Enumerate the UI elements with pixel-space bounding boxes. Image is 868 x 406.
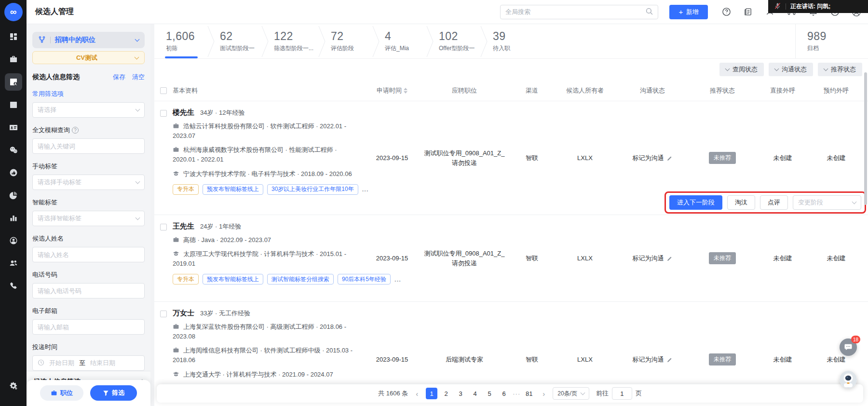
assistant-avatar[interactable] bbox=[840, 371, 857, 388]
row-checkbox[interactable] bbox=[160, 110, 167, 117]
sort-icon[interactable] bbox=[404, 88, 407, 94]
stage-screening[interactable]: 1,606 初筛 bbox=[161, 24, 207, 58]
comm-status[interactable]: 标记为沟通 bbox=[616, 215, 689, 301]
fulltext-field[interactable] bbox=[32, 138, 145, 154]
page-number[interactable]: 5 bbox=[484, 388, 495, 399]
recommend-status-filter[interactable]: 推荐状态 bbox=[818, 63, 862, 76]
page-size-select[interactable]: 20条/页 bbox=[553, 387, 589, 400]
filter-button[interactable]: 筛选 bbox=[90, 385, 137, 401]
change-stage-select[interactable]: 变更阶段 bbox=[793, 195, 861, 210]
page-ellipsis[interactable]: ··· bbox=[513, 390, 520, 397]
stage-onboard[interactable]: 39 待入职 bbox=[488, 24, 534, 58]
chevron-down-icon bbox=[136, 179, 140, 184]
job-button[interactable]: 职位 bbox=[40, 385, 83, 401]
row-checkbox[interactable] bbox=[160, 224, 167, 230]
save-filter-link[interactable]: 保存 bbox=[113, 73, 125, 81]
wechat-icon[interactable] bbox=[9, 145, 18, 155]
prev-page-button[interactable]: ‹ bbox=[415, 390, 419, 397]
smart-tag-select[interactable]: 请选择智能标签 bbox=[32, 211, 145, 226]
contacts-icon[interactable] bbox=[9, 122, 18, 132]
pencil-icon[interactable] bbox=[667, 155, 673, 161]
page-number[interactable]: 4 bbox=[469, 388, 481, 399]
candidate-name-input[interactable] bbox=[38, 251, 139, 258]
phone-label: 电话号码 bbox=[32, 271, 145, 279]
view-status-filter[interactable]: 查阅状态 bbox=[719, 63, 764, 76]
goto-page-input[interactable] bbox=[612, 387, 632, 400]
page-number[interactable]: 6 bbox=[498, 388, 510, 399]
candidate-tag: 30岁以上美妆行业工作年限10年 bbox=[267, 184, 358, 195]
next-stage-button[interactable]: 进入下一阶段 bbox=[669, 195, 722, 210]
row-checkbox[interactable] bbox=[160, 311, 167, 317]
pencil-icon[interactable] bbox=[667, 357, 673, 363]
pencil-icon[interactable] bbox=[667, 256, 673, 261]
apply-time-range[interactable]: 开始日期 至 结束日期 bbox=[32, 355, 145, 371]
stage-assess-mia[interactable]: 4 评估_Mia bbox=[380, 24, 426, 58]
briefcase-icon bbox=[173, 323, 179, 330]
job-filter-select[interactable]: 招聘中的职位 bbox=[32, 32, 145, 48]
stage-assess[interactable]: 72 评估阶段 bbox=[326, 24, 372, 58]
help-circle-icon[interactable]: ? bbox=[72, 127, 79, 134]
scrollbar-thumb[interactable] bbox=[864, 72, 867, 205]
header-position: 应聘职位 bbox=[452, 86, 477, 95]
page-number[interactable]: 81 bbox=[523, 388, 535, 399]
job-sub-select[interactable]: CV测试 bbox=[32, 51, 145, 64]
email-input[interactable] bbox=[38, 324, 139, 331]
candidate-meta: 33岁 · 无工作经验 bbox=[200, 309, 250, 318]
phone-field[interactable] bbox=[32, 283, 145, 298]
jobs-icon[interactable] bbox=[9, 54, 18, 64]
approval-icon[interactable] bbox=[9, 168, 18, 177]
add-button[interactable]: + 新增 bbox=[669, 5, 708, 19]
news-icon[interactable] bbox=[743, 7, 753, 17]
candidate-row[interactable]: 王先生 24岁 · 1年经验 高德 · Java · 2022.09 - 202… bbox=[154, 215, 868, 302]
page-number[interactable]: 2 bbox=[440, 388, 452, 399]
candidate-name[interactable]: 万女士 bbox=[173, 309, 194, 318]
comm-status-filter[interactable]: 沟通状态 bbox=[769, 63, 813, 76]
job-filter-label: 招聘中的职位 bbox=[55, 36, 95, 44]
candidate-name-label: 候选人姓名 bbox=[32, 234, 145, 243]
goto-unit: 页 bbox=[636, 389, 642, 398]
global-search[interactable] bbox=[500, 5, 658, 19]
candidate-name[interactable]: 王先生 bbox=[173, 222, 194, 231]
analytics-icon[interactable] bbox=[9, 213, 18, 223]
email-label: 电子邮箱 bbox=[32, 307, 145, 315]
phone-icon[interactable] bbox=[9, 281, 18, 291]
page-number[interactable]: 3 bbox=[455, 388, 466, 399]
candidate-tag: 预发布智能标签线上 bbox=[203, 184, 263, 195]
app-logo[interactable]: ∞ bbox=[4, 3, 23, 21]
stage-filter[interactable]: 122 筛选型阶段一... bbox=[269, 24, 318, 58]
email-field[interactable] bbox=[32, 319, 145, 335]
stage-interview[interactable]: 62 面试型阶段一 bbox=[215, 24, 261, 58]
select-all-checkbox[interactable] bbox=[160, 87, 167, 94]
calendar-icon[interactable] bbox=[9, 100, 18, 109]
next-page-button[interactable]: › bbox=[542, 390, 546, 397]
assistant-icon[interactable] bbox=[9, 236, 18, 245]
candidate-row[interactable]: 楼先生 34岁 · 12年经验 浩鲸云计算科技股份有限公司 · 软件测试工程师 … bbox=[154, 101, 868, 215]
page-number[interactable]: 1 bbox=[426, 388, 437, 399]
chat-float-button[interactable]: 18 bbox=[840, 338, 857, 356]
briefcase-icon bbox=[173, 236, 179, 243]
manual-tag-select[interactable]: 请选择手动标签 bbox=[32, 175, 145, 190]
candidate-tag: 预发布智能标签线上 bbox=[203, 274, 263, 284]
team-icon[interactable] bbox=[9, 258, 18, 268]
global-search-input[interactable] bbox=[505, 8, 646, 15]
comment-button[interactable]: 点评 bbox=[760, 195, 788, 210]
candidate-name[interactable]: 楼先生 bbox=[173, 108, 194, 117]
fulltext-input[interactable] bbox=[38, 143, 139, 150]
help-icon[interactable] bbox=[721, 7, 731, 17]
stage-offer[interactable]: 102 Offer型阶段一 bbox=[434, 24, 480, 58]
search-icon[interactable] bbox=[646, 8, 653, 16]
reject-button[interactable]: 淘汰 bbox=[727, 195, 755, 210]
dashboard-icon[interactable] bbox=[9, 32, 18, 41]
education-experience: 太原理工大学现代科技学院 · 计算机科学与技术 · 2015.01 - 2019… bbox=[173, 249, 356, 269]
clear-filter-link[interactable]: 清空 bbox=[132, 73, 145, 81]
stage-archive[interactable]: 989 归档 bbox=[796, 24, 868, 58]
chevron-down-icon bbox=[136, 216, 140, 220]
common-filters-select[interactable]: 请选择 bbox=[32, 102, 145, 118]
candidate-name-field[interactable] bbox=[32, 247, 145, 262]
candidates-icon[interactable] bbox=[5, 73, 22, 91]
reports-icon[interactable] bbox=[9, 190, 18, 200]
phone-input[interactable] bbox=[38, 287, 139, 295]
header-apply-time[interactable]: 申请时间 bbox=[366, 86, 419, 95]
settings-icon[interactable] bbox=[9, 381, 18, 391]
annotation-red-box: 进入下一阶段 淘汰 点评 变更阶段 bbox=[665, 191, 866, 214]
